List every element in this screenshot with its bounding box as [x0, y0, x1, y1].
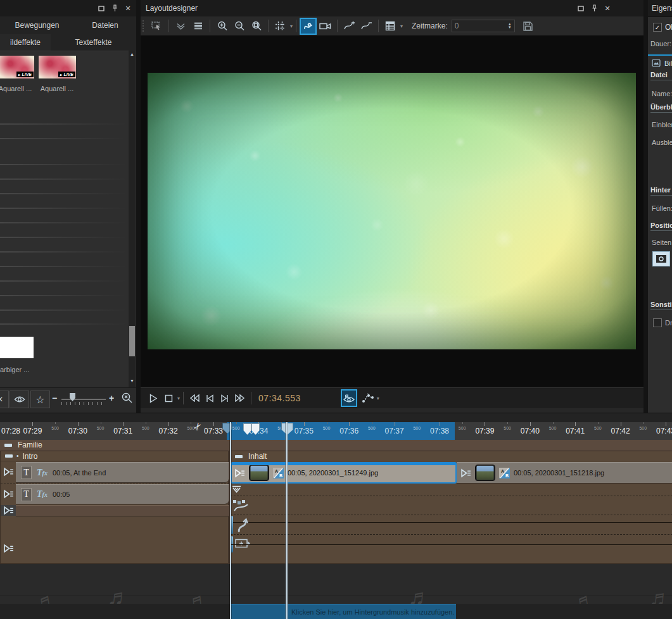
scrollbar-thumb[interactable] — [129, 326, 135, 356]
clip-image-151249-selected[interactable]: AB 00:05, 20200301_151249.jpg — [231, 462, 457, 484]
toolbar-separator — [168, 20, 169, 32]
layers-button[interactable] — [190, 18, 206, 34]
grid-button[interactable] — [272, 18, 288, 34]
stop-dropdown-icon[interactable]: ▾ — [177, 396, 180, 401]
smooth-curve-button[interactable] — [173, 18, 189, 34]
effects-panel-titlebar: ✕ — [0, 0, 136, 17]
empty-track-bar[interactable] — [16, 505, 229, 516]
live-preview-toggle[interactable] — [341, 390, 357, 406]
music-track[interactable]: Klicken Sie hier, um Hintergrundmusik hi… — [0, 604, 672, 619]
chapter-row-intro[interactable]: • Intro — [1, 451, 228, 461]
keyframe-dropdown-icon[interactable]: ▾ — [377, 396, 379, 401]
range-start-line[interactable] — [230, 422, 231, 619]
einblenden-label: Einblen — [652, 121, 672, 128]
zoom-out-button[interactable] — [231, 18, 247, 34]
track-icon[interactable] — [234, 468, 245, 478]
zoom-reset-button[interactable] — [120, 392, 133, 406]
preview-image[interactable] — [148, 73, 636, 349]
spinner-down-icon[interactable]: ▼ — [508, 26, 512, 29]
skip-start-button[interactable] — [202, 390, 217, 406]
play-button[interactable] — [146, 390, 161, 406]
close-icon[interactable]: ✕ — [122, 3, 134, 13]
favorites-button[interactable]: ☆ — [30, 391, 50, 408]
zeitmarke-input[interactable]: 0 ▲ ▼ — [452, 20, 515, 32]
remove-path-point-button[interactable] — [358, 18, 374, 34]
clip-text-0005[interactable]: T Tfx 00:05 — [16, 484, 229, 504]
tab-dateien[interactable]: Dateien — [74, 16, 136, 35]
check-icon: ✓ — [655, 24, 660, 31]
panel-splitter-left[interactable] — [136, 0, 141, 413]
timemarks-dropdown-icon[interactable]: ▾ — [400, 23, 403, 29]
scrollbar[interactable]: ▲ ▼ — [129, 51, 136, 387]
section-datei: Datei — [650, 71, 668, 78]
ab-transition-icon[interactable]: AB — [273, 468, 284, 478]
timeline-ruler[interactable]: 07:2807:2950007:3050007:3150007:3250007:… — [0, 422, 672, 441]
chapter-row-inhalt[interactable]: Inhalt — [231, 451, 672, 461]
track-icon[interactable] — [3, 489, 14, 501]
playhead-line[interactable] — [286, 422, 288, 619]
ab-transition-icon[interactable]: AB — [499, 468, 510, 478]
clip-text-at-the-end[interactable]: T Tfx 00:05, At the End — [16, 462, 229, 483]
panel-splitter-right[interactable] — [643, 0, 648, 413]
tab-bildeffekte[interactable]: ildeffekte — [0, 34, 51, 51]
maximize-icon[interactable] — [96, 3, 107, 13]
select-tool-button[interactable] — [149, 18, 165, 34]
effect-item[interactable]: ▶LIVE — [0, 56, 34, 78]
scroll-down-icon[interactable]: ▼ — [130, 378, 134, 383]
collapse-icon[interactable] — [235, 455, 243, 458]
ruler-time-label: 07:32 — [153, 427, 184, 435]
timemarks-list-button[interactable] — [383, 18, 398, 34]
fast-forward-button[interactable] — [232, 390, 248, 406]
camera-pan-button[interactable] — [317, 18, 333, 34]
maximize-icon[interactable] — [575, 3, 586, 13]
zoom-in-button[interactable] — [214, 18, 230, 34]
save-timemark-button[interactable] — [520, 18, 536, 34]
track-icon[interactable] — [3, 544, 14, 555]
chapter-row-familie[interactable]: Familie — [0, 440, 672, 450]
tab-bild[interactable]: Bil — [652, 59, 672, 68]
grid-dropdown-icon[interactable]: ▾ — [290, 23, 293, 29]
motion-track-icon[interactable] — [235, 518, 251, 535]
effect-label: Aquarell ... — [35, 85, 79, 92]
track-icon[interactable] — [460, 468, 471, 478]
stop-button[interactable] — [161, 390, 176, 406]
druck-checkbox-row[interactable]: Dr — [653, 318, 672, 327]
motion-path-tool-button[interactable] — [300, 18, 316, 34]
track-icon[interactable] — [3, 467, 14, 478]
effect-track-icon[interactable] — [232, 499, 249, 515]
pin-icon[interactable] — [588, 3, 600, 13]
timeline-bottom-area: ♬♬♬♬♬♬ Klicken Sie hier, um Hintergrundm… — [0, 564, 672, 619]
zoom-out-small-icon[interactable]: − — [52, 393, 57, 403]
zoom-in-small-icon[interactable]: + — [109, 393, 114, 403]
checkbox-checked[interactable]: ✓ — [653, 23, 662, 32]
collapse-icon[interactable] — [4, 444, 12, 447]
preview-eye-button[interactable] — [10, 391, 29, 408]
zoom-fit-button[interactable] — [248, 18, 264, 34]
checkbox-unchecked[interactable] — [653, 318, 662, 327]
collapse-icon[interactable] — [5, 454, 13, 458]
position-preset-button[interactable] — [652, 251, 670, 266]
tab-bewegungen[interactable]: Bewegungen — [0, 16, 75, 35]
skip-end-button[interactable] — [217, 390, 232, 406]
ruler-sub-label: 500 — [547, 426, 559, 430]
object-checkbox-row[interactable]: ✓ Ob — [653, 23, 672, 32]
panel-title: Eigensch — [652, 4, 672, 13]
rewind-button[interactable] — [187, 390, 202, 406]
track-icon[interactable] — [3, 506, 14, 517]
clip-image-151218[interactable]: AB 00:05, 20200301_151218.jpg — [457, 462, 672, 484]
thumb-size-slider[interactable] — [61, 399, 106, 400]
slider-thumb[interactable] — [70, 393, 75, 401]
color-swatch[interactable] — [0, 337, 34, 358]
add-path-point-button[interactable] — [341, 18, 357, 34]
pin-icon[interactable] — [109, 3, 120, 13]
clip-thumbnail — [475, 465, 495, 481]
close-icon[interactable]: ✕ — [602, 3, 613, 13]
effect-item[interactable]: ▶LIVE — [39, 56, 76, 78]
toolbar-grip[interactable] — [143, 20, 146, 32]
ruler-subtick — [101, 422, 101, 424]
tab-texteffekte[interactable]: Texteffekte — [51, 34, 136, 51]
keyframe-path-button[interactable] — [360, 390, 376, 406]
panel-title: Layoutdesigner — [146, 4, 198, 13]
scroll-up-icon[interactable]: ▲ — [130, 52, 134, 56]
clear-filter-button[interactable]: ✕ — [0, 391, 9, 408]
